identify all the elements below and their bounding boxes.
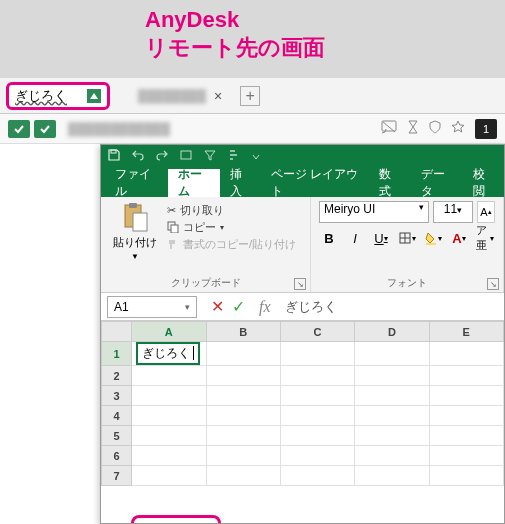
- grow-font-button[interactable]: A▴: [477, 201, 495, 223]
- phonetic-button[interactable]: ア亜▾: [475, 227, 495, 249]
- font-size-select[interactable]: 11▾: [433, 201, 473, 223]
- cell[interactable]: [355, 386, 429, 406]
- extension-button-2[interactable]: [34, 120, 56, 138]
- col-header[interactable]: C: [280, 322, 354, 342]
- cell[interactable]: [132, 366, 206, 386]
- cell[interactable]: [280, 466, 354, 486]
- fx-icon[interactable]: fx: [253, 298, 277, 316]
- cut-button[interactable]: ✂切り取り: [167, 203, 296, 218]
- ribbon: 貼り付け ▼ ✂切り取り コピー▾ 書式のコピー/貼り付け クリップボード ↘ …: [101, 197, 504, 293]
- cell[interactable]: [132, 466, 206, 486]
- tab-formulas[interactable]: 数式: [369, 169, 410, 197]
- annotation-highlight: [131, 515, 221, 523]
- cell[interactable]: [355, 406, 429, 426]
- cell[interactable]: [206, 386, 280, 406]
- cell[interactable]: [429, 386, 503, 406]
- redo-icon[interactable]: [155, 148, 169, 166]
- bold-button[interactable]: B: [319, 227, 339, 249]
- hourglass-icon[interactable]: [407, 120, 419, 138]
- cell[interactable]: [206, 466, 280, 486]
- fill-color-button[interactable]: ▾: [423, 227, 443, 249]
- cell[interactable]: [206, 426, 280, 446]
- cell[interactable]: [429, 466, 503, 486]
- underline-button[interactable]: U▾: [371, 227, 391, 249]
- cell[interactable]: [429, 366, 503, 386]
- qat-sort-icon[interactable]: [227, 148, 241, 166]
- cell[interactable]: [280, 386, 354, 406]
- cell[interactable]: [355, 342, 429, 366]
- format-painter-button[interactable]: 書式のコピー/貼り付け: [167, 237, 296, 252]
- row-header[interactable]: 7: [102, 466, 132, 486]
- cell[interactable]: [280, 366, 354, 386]
- cell[interactable]: [206, 366, 280, 386]
- border-button[interactable]: ▾: [397, 227, 417, 249]
- new-tab-button[interactable]: +: [240, 86, 260, 106]
- tab-data[interactable]: データ: [411, 169, 463, 197]
- font-launcher[interactable]: ↘: [487, 278, 499, 290]
- tab-home[interactable]: ホーム: [168, 169, 220, 197]
- cell[interactable]: [280, 406, 354, 426]
- copy-button[interactable]: コピー▾: [167, 220, 296, 235]
- row-header[interactable]: 5: [102, 426, 132, 446]
- star-icon[interactable]: [451, 120, 465, 138]
- svg-rect-4: [181, 151, 191, 159]
- row-header[interactable]: 1: [102, 342, 132, 366]
- chevron-down-icon: ▼: [131, 252, 139, 261]
- cell[interactable]: [206, 446, 280, 466]
- cast-icon[interactable]: [381, 120, 397, 138]
- select-all-corner[interactable]: [102, 322, 132, 342]
- cell[interactable]: [132, 426, 206, 446]
- tab-counter[interactable]: 1: [475, 119, 497, 139]
- browser-toolbar: ████████████ 1: [0, 114, 505, 144]
- cell-a1[interactable]: ぎじろく: [132, 342, 206, 366]
- row-header[interactable]: 4: [102, 406, 132, 426]
- shield-icon[interactable]: [429, 120, 441, 138]
- qat-filter-icon[interactable]: [203, 148, 217, 166]
- tab-layout[interactable]: ページ レイアウト: [261, 169, 369, 197]
- formula-input[interactable]: ぎじろく: [277, 298, 504, 316]
- cell[interactable]: [429, 342, 503, 366]
- clipboard-launcher[interactable]: ↘: [294, 278, 306, 290]
- cell[interactable]: [355, 426, 429, 446]
- cell[interactable]: [355, 466, 429, 486]
- cell[interactable]: [280, 446, 354, 466]
- paste-button[interactable]: 貼り付け ▼: [109, 201, 161, 288]
- name-box[interactable]: A1▾: [107, 296, 197, 318]
- cell[interactable]: [429, 406, 503, 426]
- undo-icon[interactable]: [131, 148, 145, 166]
- tab-review[interactable]: 校閲: [463, 169, 504, 197]
- cell[interactable]: [429, 446, 503, 466]
- clipboard-group-label: クリップボード: [101, 276, 310, 290]
- formula-enter-icon[interactable]: ✓: [232, 297, 245, 316]
- font-name-select[interactable]: Meiryo UI▾: [319, 201, 429, 223]
- cell[interactable]: [132, 386, 206, 406]
- row-header[interactable]: 2: [102, 366, 132, 386]
- cell[interactable]: [355, 366, 429, 386]
- cell[interactable]: [280, 342, 354, 366]
- cell[interactable]: [206, 406, 280, 426]
- italic-button[interactable]: I: [345, 227, 365, 249]
- tab-close-icon[interactable]: ×: [214, 88, 222, 104]
- row-header[interactable]: 6: [102, 446, 132, 466]
- tab-file[interactable]: ファイル: [105, 169, 168, 197]
- row-header[interactable]: 3: [102, 386, 132, 406]
- cell[interactable]: [280, 426, 354, 446]
- col-header[interactable]: B: [206, 322, 280, 342]
- worksheet[interactable]: A B C D E 1 ぎじろく 2 3 4 5 6 7: [101, 321, 504, 523]
- extension-button-1[interactable]: [8, 120, 30, 138]
- col-header[interactable]: D: [355, 322, 429, 342]
- col-header[interactable]: E: [429, 322, 503, 342]
- browser-tab[interactable]: ████████ ×: [120, 82, 232, 110]
- tab-insert[interactable]: 挿入: [220, 169, 261, 197]
- col-header[interactable]: A: [132, 322, 206, 342]
- formula-cancel-icon[interactable]: ✕: [211, 297, 224, 316]
- cell[interactable]: [132, 406, 206, 426]
- cell[interactable]: [355, 446, 429, 466]
- cell[interactable]: [132, 446, 206, 466]
- qat-icon[interactable]: [179, 148, 193, 166]
- font-color-button[interactable]: A▾: [449, 227, 469, 249]
- save-icon[interactable]: [107, 148, 121, 166]
- qat-dropdown-icon[interactable]: [251, 148, 261, 166]
- cell[interactable]: [429, 426, 503, 446]
- cell[interactable]: [206, 342, 280, 366]
